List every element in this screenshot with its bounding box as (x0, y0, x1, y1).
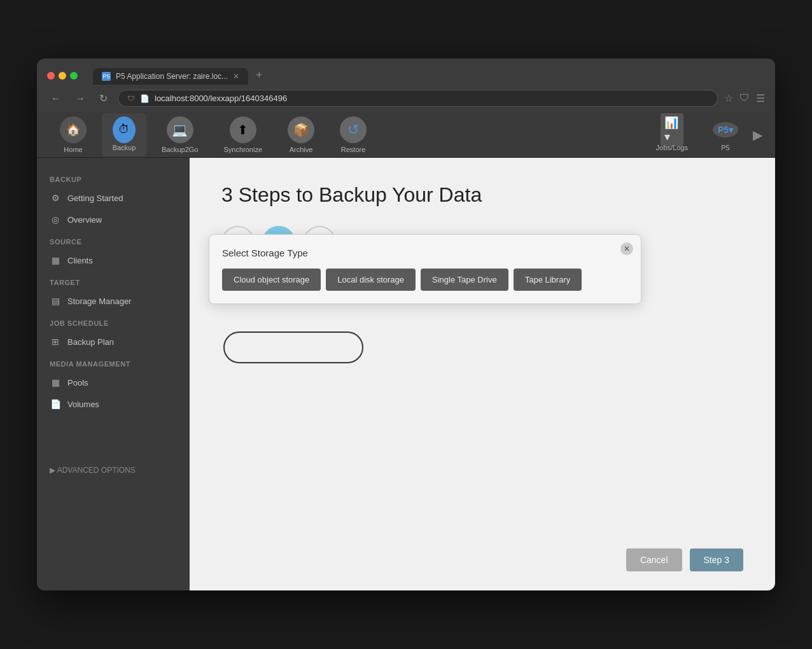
tab-close-button[interactable]: ✕ (233, 72, 239, 81)
sidebar-item-storage-manager[interactable]: ▤ Storage Manager (37, 290, 190, 312)
home-icon: 🏠 (60, 116, 87, 143)
bookmark-icon[interactable]: ☆ (724, 92, 733, 104)
nav-p5[interactable]: P5▾ P5 (703, 113, 748, 157)
back-button[interactable]: ← (47, 90, 65, 107)
new-tab-button[interactable]: + (253, 66, 265, 85)
tab-title: P5 Application Server: zaire.loc... (116, 72, 228, 81)
main-body: BACKUP ⚙ Getting Started ◎ Overview SOUR… (37, 158, 775, 590)
sidebar-overview-label: Overview (67, 215, 102, 225)
clients-icon: ▦ (50, 255, 61, 266)
nav-home[interactable]: 🏠 Home (50, 111, 97, 158)
page-title: 3 Steps to Backup Your Data (221, 183, 743, 207)
toolbar-actions: ☆ 🛡 ☰ (724, 92, 765, 104)
backup-plan-icon: ⊞ (50, 336, 61, 347)
nav-home-label: Home (64, 146, 82, 153)
sidebar-clients-label: Clients (67, 256, 93, 265)
nav-jobslogs[interactable]: 📊▾ Jobs/Logs (646, 113, 698, 157)
overview-icon: ◎ (50, 214, 61, 225)
sidebar-storage-manager-label: Storage Manager (67, 297, 131, 306)
nav-backup-label: Backup (113, 144, 136, 151)
nav-right: 📊▾ Jobs/Logs P5▾ P5 ▶ (646, 113, 762, 157)
sidebar-item-pools[interactable]: ▦ Pools (37, 372, 190, 393)
tab-favicon: P5 (102, 72, 111, 81)
address-bar[interactable]: 🛡 📄 localhost:8000/lexxapp/1640346496 (118, 90, 718, 107)
local-disk-button[interactable]: Local disk storage (326, 269, 416, 291)
backup2go-icon: 💻 (167, 116, 193, 143)
menu-icon[interactable]: ☰ (756, 92, 765, 104)
browser-toolbar: ← → ↻ 🛡 📄 localhost:8000/lexxapp/1640346… (37, 85, 775, 112)
sidebar-getting-started-label: Getting Started (67, 193, 123, 203)
sidebar-section-backup: BACKUP (37, 168, 190, 187)
url-text: localhost:8000/lexxapp/1640346496 (155, 94, 287, 103)
browser-titlebar: P5 P5 Application Server: zaire.loc... ✕… (37, 59, 775, 85)
dialog-close-button[interactable]: ✕ (620, 242, 633, 255)
app-container: 🏠 Home ⏱ Backup 💻 Backup2Go ⬆ Synchroniz… (37, 112, 775, 590)
content-area: 3 Steps to Backup Your Data 01 02 03 Tar… (190, 158, 775, 590)
sidebar: BACKUP ⚙ Getting Started ◎ Overview SOUR… (37, 158, 190, 590)
nav-archive[interactable]: 📦 Archive (277, 111, 325, 158)
dialog-title: Select Storage Type (222, 248, 628, 258)
nav-restore-label: Restore (341, 146, 366, 153)
security-icon: 🛡 (127, 94, 135, 103)
page-icon: 📄 (140, 94, 150, 103)
nav-restore[interactable]: ↺ Restore (330, 111, 377, 158)
forward-button[interactable]: → (71, 90, 89, 107)
browser-window: P5 P5 Application Server: zaire.loc... ✕… (37, 59, 775, 590)
content-footer: Cancel Step 3 (626, 548, 743, 571)
p5-icon: P5▾ (714, 118, 737, 141)
nav-synchronize[interactable]: ⬆ Synchronize (213, 111, 272, 158)
sidebar-item-overview[interactable]: ◎ Overview (37, 209, 190, 230)
nav-archive-label: Archive (290, 146, 313, 153)
top-nav: 🏠 Home ⏱ Backup 💻 Backup2Go ⬆ Synchroniz… (37, 112, 775, 158)
jobslogs-icon: 📊▾ (661, 118, 683, 141)
storage-dialog: Select Storage Type ✕ Cloud object stora… (209, 234, 641, 304)
maximize-traffic-light[interactable] (70, 72, 78, 80)
nav-p5-label: P5 (721, 144, 729, 151)
step3-button[interactable]: Step 3 (690, 548, 743, 571)
sidebar-section-target: TARGET (37, 271, 190, 290)
sidebar-item-getting-started[interactable]: ⚙ Getting Started (37, 187, 190, 209)
nav-backup2go[interactable]: 💻 Backup2Go (151, 111, 208, 158)
shield-icon[interactable]: 🛡 (739, 92, 750, 104)
cloud-storage-button[interactable]: Cloud object storage (222, 269, 321, 291)
minimize-traffic-light[interactable] (59, 72, 66, 80)
sidebar-item-clients[interactable]: ▦ Clients (37, 249, 190, 271)
storage-manager-icon: ▤ (50, 295, 61, 307)
sidebar-section-job-schedule: JOB SCHEDULE (37, 312, 190, 331)
synchronize-icon: ⬆ (230, 116, 256, 143)
archive-icon: 📦 (288, 116, 314, 143)
sidebar-section-media: MEDIA MANAGEMENT (37, 352, 190, 372)
nav-backup[interactable]: ⏱ Backup (102, 113, 146, 157)
sidebar-item-volumes[interactable]: 📄 Volumes (37, 393, 190, 415)
pools-icon: ▦ (50, 377, 61, 388)
circle-annotation (223, 331, 363, 363)
backup-icon: ⏱ (113, 118, 136, 141)
sidebar-backup-plan-label: Backup Plan (67, 337, 114, 347)
nav-backup2go-label: Backup2Go (162, 146, 198, 153)
volumes-icon: 📄 (50, 398, 61, 410)
advanced-options[interactable]: ▶ ADVANCED OPTIONS (37, 453, 190, 487)
dialog-overlay: Select Storage Type ✕ Cloud object stora… (209, 234, 756, 304)
restore-icon: ↺ (340, 116, 367, 143)
tab-bar: P5 P5 Application Server: zaire.loc... ✕… (93, 66, 765, 85)
sidebar-pools-label: Pools (67, 378, 88, 387)
getting-started-icon: ⚙ (50, 192, 61, 204)
nav-synchronize-label: Synchronize (223, 146, 262, 153)
close-traffic-light[interactable] (47, 72, 55, 80)
cancel-button[interactable]: Cancel (626, 548, 682, 571)
nav-more-icon[interactable]: ▶ (753, 127, 762, 143)
traffic-lights (47, 72, 78, 80)
sidebar-section-source: SOURCE (37, 230, 190, 249)
sidebar-volumes-label: Volumes (67, 400, 99, 409)
tape-library-button[interactable]: Tape Library (514, 269, 582, 291)
browser-tab[interactable]: P5 P5 Application Server: zaire.loc... ✕ (93, 68, 248, 85)
reload-button[interactable]: ↻ (95, 90, 111, 107)
tape-drive-button[interactable]: Single Tape Drive (421, 269, 508, 291)
sidebar-item-backup-plan[interactable]: ⊞ Backup Plan (37, 331, 190, 352)
nav-jobslogs-label: Jobs/Logs (656, 144, 688, 151)
storage-buttons: Cloud object storage Local disk storage … (222, 269, 628, 291)
